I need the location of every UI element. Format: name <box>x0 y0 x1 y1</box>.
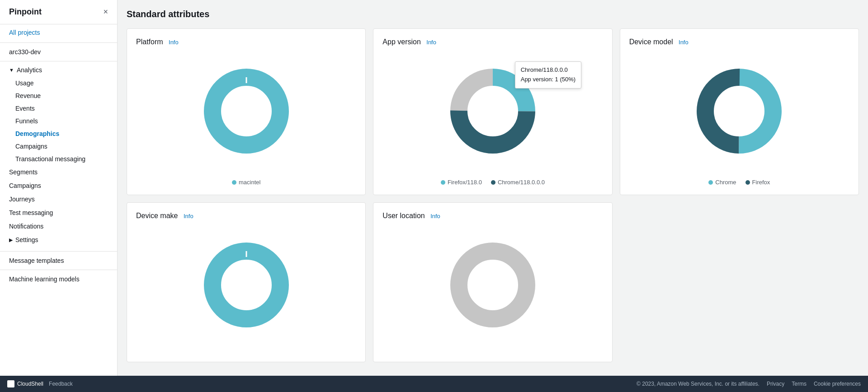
device-model-donut-svg <box>694 66 784 156</box>
all-projects-link[interactable]: All projects <box>0 24 117 41</box>
cookie-link[interactable]: Cookie preferences <box>814 381 861 387</box>
legend-dot-firefox118 <box>441 180 445 185</box>
sidebar-item-events[interactable]: Events <box>0 102 117 115</box>
chart-device-model-title: Device model Info <box>629 38 849 46</box>
sidebar-item-campaigns-sub[interactable]: Campaigns <box>0 140 117 153</box>
sidebar-item-usage[interactable]: Usage <box>0 77 117 89</box>
cloudshell-label: CloudShell <box>17 381 43 387</box>
app-version-chart-area: Chrome/118.0.0.0 App version: 1 (50%) <box>382 48 603 174</box>
svg-point-9 <box>459 251 527 319</box>
device-model-legend: Chrome Firefox <box>629 179 849 186</box>
cloudshell-icon <box>7 380 14 387</box>
project-name: arc330-dev <box>0 45 117 59</box>
platform-chart-area <box>136 48 356 174</box>
device-model-chart-area <box>629 48 849 174</box>
bottom-bar: CloudShell Feedback © 2023, Amazon Web S… <box>0 376 868 392</box>
device-model-info-link[interactable]: Info <box>679 39 689 46</box>
close-icon[interactable]: × <box>103 7 108 17</box>
bottom-bar-left: CloudShell Feedback <box>7 380 73 387</box>
sidebar-item-message-templates[interactable]: Message templates <box>0 253 117 268</box>
chart-empty <box>620 202 859 362</box>
platform-info-link[interactable]: Info <box>169 39 179 46</box>
user-location-info-link[interactable]: Info <box>430 213 440 219</box>
main-content-area: Standard attributes Platform Info <box>118 0 868 376</box>
sidebar-item-test-messaging[interactable]: Test messaging <box>0 206 117 219</box>
copyright-text: © 2023, Amazon Web Services, Inc. or its… <box>637 381 760 387</box>
chart-user-location: User location Info <box>373 202 612 362</box>
legend-label-firefox118: Firefox/118.0 <box>448 179 482 186</box>
sidebar-item-settings[interactable]: ▶ Settings <box>0 233 117 247</box>
charts-grid: Platform Info macintel <box>127 28 859 362</box>
legend-chrome: Chrome <box>708 179 736 186</box>
tooltip-line2: App version: 1 (50%) <box>521 75 576 84</box>
legend-label-chrome118: Chrome/118.0.0.0 <box>498 179 545 186</box>
device-make-info-link[interactable]: Info <box>184 213 193 219</box>
legend-label-macintel: macintel <box>239 179 260 186</box>
sidebar-item-revenue[interactable]: Revenue <box>0 89 117 102</box>
sidebar-item-demographics[interactable]: Demographics <box>0 127 117 140</box>
device-make-donut-svg <box>201 240 292 330</box>
legend-dot-chrome118 <box>491 180 495 185</box>
legend-firefox118: Firefox/118.0 <box>441 179 482 186</box>
svg-point-7 <box>212 251 280 319</box>
chevron-right-icon: ▶ <box>9 237 13 243</box>
app-version-legend: Firefox/118.0 Chrome/118.0.0.0 <box>382 179 603 186</box>
sidebar-header: Pinpoint × <box>0 0 117 24</box>
svg-point-0 <box>212 77 280 145</box>
app-version-info-link[interactable]: Info <box>426 39 436 46</box>
legend-chrome118: Chrome/118.0.0.0 <box>491 179 545 186</box>
device-make-chart-area <box>136 222 356 348</box>
app-version-tooltip: Chrome/118.0.0.0 App version: 1 (50%) <box>515 61 581 89</box>
cloudshell-button[interactable]: CloudShell <box>7 380 43 387</box>
legend-firefox: Firefox <box>745 179 770 186</box>
legend-dot-chrome <box>708 180 713 185</box>
sidebar-item-ml-models[interactable]: Machine learning models <box>0 272 117 286</box>
legend-label-firefox: Firefox <box>752 179 770 186</box>
platform-donut-svg <box>201 66 292 156</box>
chart-device-make-title: Device make Info <box>136 212 356 220</box>
chart-user-location-title: User location Info <box>382 212 603 220</box>
chart-app-version-title: App version Info <box>382 38 603 46</box>
chevron-down-icon: ▼ <box>9 67 14 73</box>
privacy-link[interactable]: Privacy <box>767 381 784 387</box>
chart-platform: Platform Info macintel <box>127 28 366 195</box>
analytics-label: Analytics <box>17 66 42 74</box>
user-location-chart-area <box>382 222 603 348</box>
feedback-link[interactable]: Feedback <box>49 381 73 387</box>
chart-platform-title: Platform Info <box>136 38 356 46</box>
sidebar-item-segments[interactable]: Segments <box>0 165 117 179</box>
tooltip-line1: Chrome/118.0.0.0 <box>521 65 576 75</box>
platform-legend: macintel <box>136 179 356 186</box>
user-location-donut-svg <box>448 240 538 330</box>
legend-macintel: macintel <box>232 179 260 186</box>
sidebar: Pinpoint × All projects arc330-dev ▼ Ana… <box>0 0 118 376</box>
chart-device-model: Device model Info Chrome <box>620 28 859 195</box>
legend-dot-firefox <box>745 180 750 185</box>
page-title: Standard attributes <box>127 9 859 19</box>
bottom-bar-right: © 2023, Amazon Web Services, Inc. or its… <box>637 381 861 387</box>
legend-dot-macintel <box>232 180 236 185</box>
sidebar-item-campaigns[interactable]: Campaigns <box>0 179 117 192</box>
sidebar-item-transactional[interactable]: Transactional messaging <box>0 153 117 165</box>
sidebar-item-notifications[interactable]: Notifications <box>0 219 117 233</box>
chart-app-version: App version Info <box>373 28 612 195</box>
legend-label-chrome: Chrome <box>715 179 736 186</box>
settings-label: Settings <box>15 236 38 243</box>
terms-link[interactable]: Terms <box>792 381 807 387</box>
sidebar-item-analytics[interactable]: ▼ Analytics <box>0 63 117 77</box>
sidebar-item-funnels[interactable]: Funnels <box>0 115 117 127</box>
sidebar-item-journeys[interactable]: Journeys <box>0 192 117 206</box>
app-title: Pinpoint <box>9 7 42 17</box>
chart-device-make: Device make Info <box>127 202 366 362</box>
